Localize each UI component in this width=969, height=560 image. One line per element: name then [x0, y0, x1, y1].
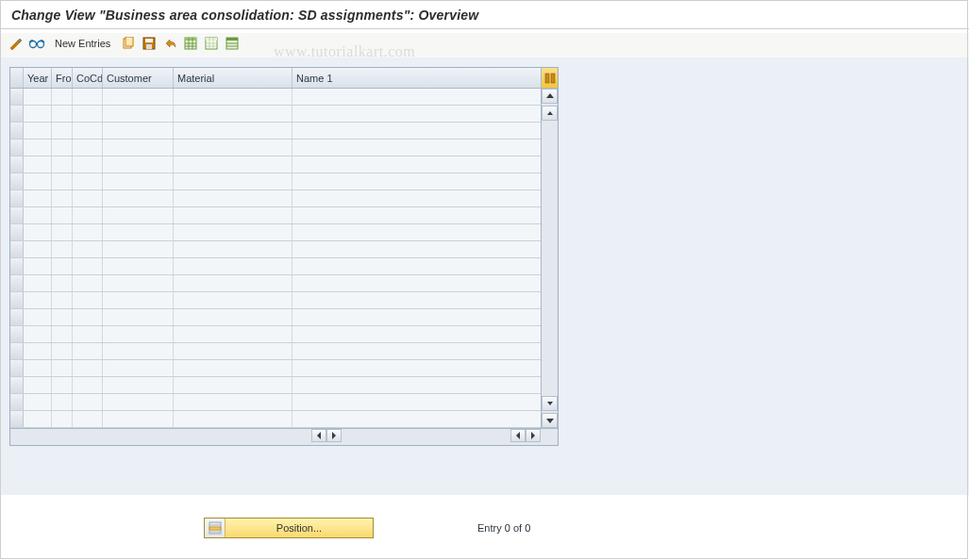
column-header-name1[interactable]: Name 1: [292, 68, 541, 88]
copy-icon[interactable]: [120, 35, 137, 52]
cell-customer[interactable]: [103, 326, 174, 342]
table-row[interactable]: [10, 394, 541, 411]
cell-customer[interactable]: [103, 123, 174, 139]
cell-material[interactable]: [174, 190, 292, 206]
cell-fro[interactable]: [52, 241, 73, 257]
cell-material[interactable]: [174, 258, 292, 274]
cell-name1[interactable]: [292, 394, 541, 410]
hscroll-left2-icon[interactable]: [510, 429, 526, 442]
cell-material[interactable]: [174, 123, 292, 139]
hscroll-right-icon[interactable]: [326, 429, 342, 442]
scroll-up-icon[interactable]: [542, 106, 558, 121]
cell-customer[interactable]: [103, 377, 174, 393]
cell-material[interactable]: [174, 411, 292, 427]
cell-material[interactable]: [174, 89, 292, 105]
cell-name1[interactable]: [292, 224, 541, 240]
cell-name1[interactable]: [292, 156, 541, 173]
column-header-customer[interactable]: Customer: [103, 68, 174, 88]
cell-fro[interactable]: [52, 326, 73, 342]
cell-material[interactable]: [174, 343, 292, 359]
cell-fro[interactable]: [52, 106, 73, 122]
cell-year[interactable]: [24, 275, 52, 291]
row-selector[interactable]: [10, 123, 24, 139]
cell-year[interactable]: [24, 241, 52, 257]
cell-cocd[interactable]: [73, 123, 103, 139]
cell-cocd[interactable]: [73, 89, 103, 105]
cell-year[interactable]: [24, 156, 52, 173]
table-row[interactable]: [10, 224, 541, 241]
cell-fro[interactable]: [52, 377, 73, 393]
cell-year[interactable]: [24, 394, 52, 410]
cell-customer[interactable]: [103, 173, 174, 189]
save-icon[interactable]: [141, 35, 158, 52]
table-row[interactable]: [10, 411, 541, 428]
cell-year[interactable]: [24, 173, 52, 189]
column-header-year[interactable]: Year: [24, 68, 52, 88]
cell-name1[interactable]: [292, 207, 541, 223]
cell-cocd[interactable]: [73, 207, 103, 223]
cell-name1[interactable]: [292, 190, 541, 206]
row-selector[interactable]: [10, 309, 24, 325]
undo-icon[interactable]: [161, 35, 178, 52]
cell-customer[interactable]: [103, 241, 174, 257]
row-selector[interactable]: [10, 224, 24, 240]
select-all-icon[interactable]: [182, 35, 199, 52]
cell-cocd[interactable]: [73, 326, 103, 342]
cell-name1[interactable]: [292, 140, 541, 156]
cell-cocd[interactable]: [73, 156, 103, 173]
table-row[interactable]: [10, 123, 541, 140]
cell-cocd[interactable]: [73, 224, 103, 240]
row-selector[interactable]: [10, 292, 24, 308]
scroll-bottom-icon[interactable]: [542, 413, 558, 428]
table-row[interactable]: [10, 377, 541, 394]
cell-fro[interactable]: [52, 394, 73, 410]
cell-name1[interactable]: [292, 89, 541, 105]
cell-material[interactable]: [174, 106, 292, 122]
cell-name1[interactable]: [292, 106, 541, 122]
table-row[interactable]: [10, 207, 541, 224]
cell-fro[interactable]: [52, 360, 73, 376]
print-icon[interactable]: [224, 35, 241, 52]
cell-fro[interactable]: [52, 224, 73, 240]
column-header-fro[interactable]: Fro: [52, 68, 73, 88]
cell-fro[interactable]: [52, 89, 73, 105]
table-row[interactable]: [10, 343, 541, 360]
glasses-icon[interactable]: [28, 35, 45, 52]
row-selector[interactable]: [10, 411, 24, 427]
table-row[interactable]: [10, 275, 541, 292]
cell-fro[interactable]: [52, 140, 73, 156]
cell-year[interactable]: [24, 326, 52, 342]
table-row[interactable]: [10, 173, 541, 190]
cell-name1[interactable]: [292, 241, 541, 257]
vertical-scrollbar[interactable]: [541, 89, 558, 428]
cell-material[interactable]: [174, 394, 292, 410]
cell-cocd[interactable]: [73, 343, 103, 359]
cell-material[interactable]: [174, 140, 292, 156]
cell-material[interactable]: [174, 292, 292, 308]
cell-material[interactable]: [174, 309, 292, 325]
cell-year[interactable]: [24, 106, 52, 122]
configure-columns-icon[interactable]: [541, 68, 558, 88]
cell-material[interactable]: [174, 207, 292, 223]
cell-fro[interactable]: [52, 173, 73, 189]
row-selector[interactable]: [10, 394, 24, 410]
cell-cocd[interactable]: [73, 173, 103, 189]
cell-customer[interactable]: [103, 156, 174, 173]
cell-fro[interactable]: [52, 123, 73, 139]
cell-customer[interactable]: [103, 258, 174, 274]
table-row[interactable]: [10, 140, 541, 156]
cell-cocd[interactable]: [73, 106, 103, 122]
cell-customer[interactable]: [103, 140, 174, 156]
row-selector[interactable]: [10, 241, 24, 257]
cell-name1[interactable]: [292, 173, 541, 189]
cell-material[interactable]: [174, 275, 292, 291]
cell-cocd[interactable]: [73, 140, 103, 156]
cell-name1[interactable]: [292, 343, 541, 359]
cell-customer[interactable]: [103, 360, 174, 376]
display-change-icon[interactable]: [8, 35, 25, 52]
row-selector[interactable]: [10, 106, 24, 122]
table-row[interactable]: [10, 241, 541, 258]
hscroll-right2-icon[interactable]: [526, 429, 541, 442]
cell-name1[interactable]: [292, 292, 541, 308]
cell-customer[interactable]: [103, 411, 174, 427]
